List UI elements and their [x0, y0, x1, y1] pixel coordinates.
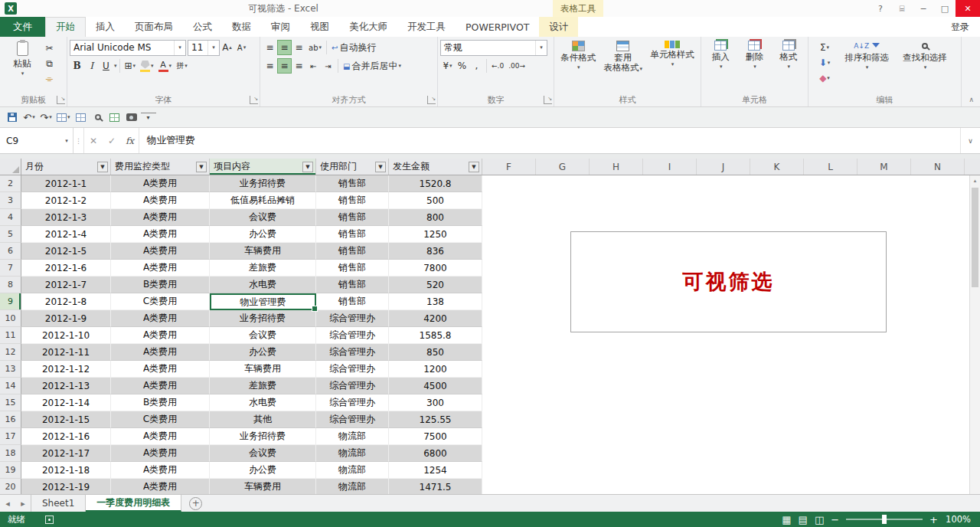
cell[interactable]: A类费用	[111, 479, 210, 494]
cell[interactable]: 2012-1-9	[21, 310, 111, 327]
tab-page-layout[interactable]: 页面布局	[125, 17, 183, 37]
filter-icon[interactable]: ▼	[375, 162, 386, 172]
filter-icon[interactable]: ▼	[196, 162, 207, 172]
row-header[interactable]: 6	[0, 243, 21, 260]
column-letter[interactable]: M	[858, 159, 911, 175]
print-preview-icon[interactable]	[90, 109, 106, 126]
row-header[interactable]: 10	[0, 310, 21, 327]
minimize-icon[interactable]: ─	[913, 0, 934, 17]
cell[interactable]: 物流部	[316, 479, 389, 494]
zoom-out-icon[interactable]: −	[831, 514, 839, 525]
cell[interactable]: 会议费	[210, 327, 316, 344]
cut-icon[interactable]: ✂	[42, 41, 57, 56]
chevron-down-icon[interactable]: ▾	[174, 41, 185, 55]
cell[interactable]: A类费用	[111, 175, 210, 192]
empty-cells[interactable]	[482, 479, 980, 494]
cell[interactable]: 业务招待费	[210, 175, 316, 192]
empty-cells[interactable]	[482, 209, 980, 226]
cell[interactable]: 车辆费用	[210, 361, 316, 378]
chevron-down-icon[interactable]: ▾	[535, 41, 547, 55]
cell[interactable]: 会议费	[210, 445, 316, 462]
empty-cells[interactable]	[482, 411, 980, 428]
cell[interactable]: 2012-1-6	[21, 260, 111, 277]
increase-decimal-icon[interactable]: ←.0	[489, 58, 506, 74]
cell[interactable]: 销售部	[316, 277, 389, 293]
cell[interactable]: 836	[389, 243, 482, 260]
empty-cells[interactable]	[482, 175, 980, 192]
italic-button[interactable]: I	[84, 58, 99, 74]
page-break-view-icon[interactable]: ◫	[815, 514, 824, 525]
sheet-tab-sheet1[interactable]: Sheet1	[31, 495, 86, 512]
align-top-icon[interactable]: ≡	[263, 40, 277, 55]
tab-formulas[interactable]: 公式	[183, 17, 222, 37]
cell[interactable]: 物流部	[316, 428, 389, 445]
help-icon[interactable]: ?	[870, 0, 891, 17]
tab-design[interactable]: 设计	[539, 17, 578, 37]
cell[interactable]: 差旅费	[210, 378, 316, 394]
camera-icon[interactable]	[124, 109, 139, 126]
wrap-text-button[interactable]: ↩ 自动换行	[329, 40, 378, 55]
tab-view[interactable]: 视图	[300, 17, 339, 37]
dialog-launcher-icon[interactable]: ↘	[250, 96, 258, 104]
paste-button[interactable]: 粘贴 ▾	[2, 38, 42, 93]
cell[interactable]: A类费用	[111, 462, 210, 479]
cell[interactable]: A类费用	[111, 260, 210, 277]
sort-filter-button[interactable]: A↓Z 排序和筛选▾	[838, 38, 895, 93]
conditional-formatting-button[interactable]: 条件格式 ▾	[557, 38, 599, 93]
filter-icon[interactable]: ▼	[302, 162, 313, 172]
row-header[interactable]: 9	[0, 293, 21, 310]
cell[interactable]: 综合管理办	[316, 394, 389, 411]
save-icon[interactable]	[5, 109, 20, 126]
cell[interactable]: 销售部	[316, 209, 389, 226]
decrease-decimal-icon[interactable]: .00→	[506, 58, 528, 74]
cell[interactable]: B类费用	[111, 394, 210, 411]
close-icon[interactable]: ✕	[956, 0, 980, 17]
align-middle-icon[interactable]: ≡	[277, 40, 292, 55]
font-size-combo[interactable]: 11 ▾	[188, 40, 220, 56]
zoom-slider[interactable]	[846, 519, 923, 520]
cell[interactable]: A类费用	[111, 344, 210, 361]
next-sheet-icon[interactable]: ▸	[15, 495, 31, 512]
cell[interactable]: 2012-1-2	[21, 192, 111, 209]
cell[interactable]: A类费用	[111, 310, 210, 327]
font-color-icon[interactable]: A ▾	[156, 58, 175, 74]
format-painter-icon[interactable]: ⌯	[42, 71, 57, 87]
percent-format-icon[interactable]: %	[455, 58, 469, 74]
shape-textbox[interactable]: 可视筛选	[570, 231, 887, 332]
cell[interactable]: 综合管理办	[316, 378, 389, 394]
fill-color-icon[interactable]: ▾	[138, 58, 156, 74]
cell[interactable]: 水电费	[210, 277, 316, 293]
cell[interactable]: 综合管理办	[316, 361, 389, 378]
number-format-combo[interactable]: 常规 ▾	[440, 40, 547, 56]
empty-cells[interactable]	[482, 378, 980, 394]
dialog-launcher-icon[interactable]: ↘	[427, 96, 436, 104]
cell-styles-button[interactable]: 单元格样式 ▾	[647, 38, 697, 93]
cell[interactable]: 业务招待费	[210, 310, 316, 327]
tab-beautify[interactable]: 美化大师	[339, 17, 397, 37]
cell[interactable]: 2012-1-4	[21, 226, 111, 243]
cell[interactable]: 综合管理办	[316, 310, 389, 327]
phonetic-guide-icon[interactable]: 拼▾	[174, 58, 190, 74]
autosum-icon[interactable]: Σ▾	[811, 40, 838, 55]
formula-bar-handle[interactable]: ⋮	[74, 128, 84, 153]
cell[interactable]: 2012-1-17	[21, 445, 111, 462]
selected-cell[interactable]: 物业管理费	[210, 293, 316, 310]
cell[interactable]: 1250	[389, 226, 482, 243]
row-header[interactable]: 11	[0, 327, 21, 344]
copy-icon[interactable]: ⧉	[42, 56, 57, 71]
enter-icon[interactable]: ✓	[103, 128, 121, 153]
maximize-icon[interactable]: □	[934, 0, 956, 17]
cell[interactable]: 7500	[389, 428, 482, 445]
tab-powerpivot[interactable]: POWERPIVOT	[456, 17, 539, 37]
cell[interactable]: 1585.8	[389, 327, 482, 344]
row-header[interactable]: 7	[0, 260, 21, 277]
clear-icon[interactable]: ◆▾	[811, 70, 838, 86]
cell[interactable]: 销售部	[316, 192, 389, 209]
cell[interactable]: 7800	[389, 260, 482, 277]
column-letter[interactable]: N	[911, 159, 965, 175]
insert-function-icon[interactable]: fx	[121, 128, 139, 153]
tab-home[interactable]: 开始	[45, 17, 86, 37]
chevron-down-icon[interactable]: ▾	[60, 138, 73, 144]
row-header[interactable]: 12	[0, 344, 21, 361]
cell[interactable]: 500	[389, 192, 482, 209]
